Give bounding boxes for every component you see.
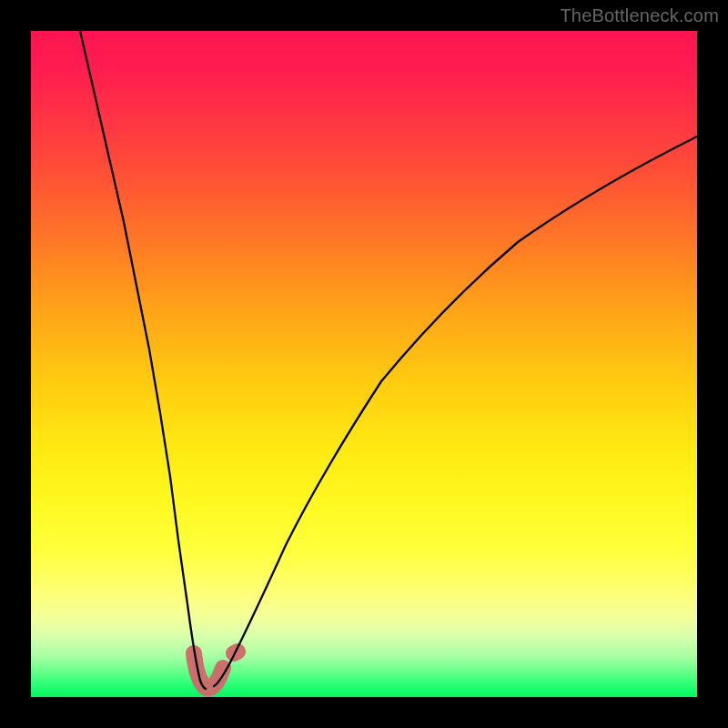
plot-area	[31, 31, 697, 697]
bottleneck-curve-right	[214, 136, 697, 686]
chart-frame: TheBottleneck.com	[0, 0, 728, 728]
bottleneck-curve-left	[80, 31, 206, 689]
watermark-text: TheBottleneck.com	[560, 5, 719, 26]
curves-layer	[31, 31, 697, 697]
